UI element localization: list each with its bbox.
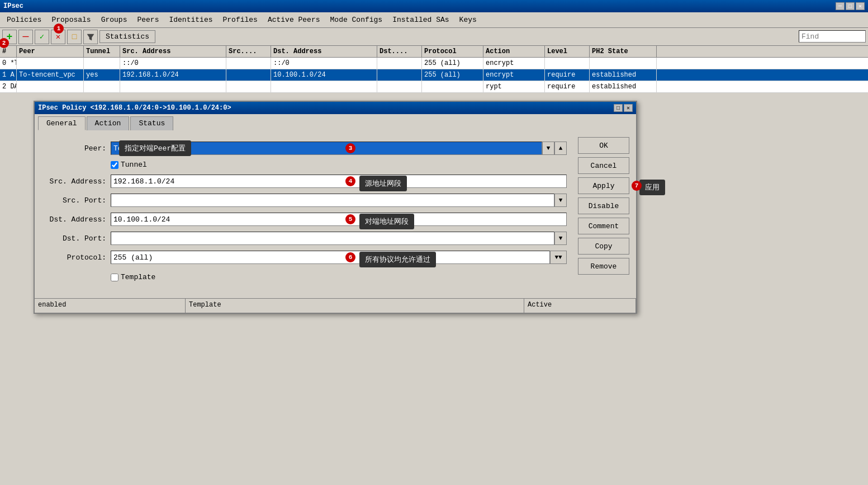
find-input[interactable] [799,30,866,43]
policy-dialog: IPsec Policy <192.168.1.0/24:0->10.100.1… [34,101,637,314]
dialog-maximize-button[interactable]: □ [614,104,623,112]
menu-policies[interactable]: Policies [2,14,46,26]
cell-ph2state [590,58,657,69]
badge-6: 6 [345,252,355,262]
comment-button[interactable]: Comment [578,218,629,234]
cell-num: 0 *T [0,58,17,69]
tunnel-row: Tunnel [44,161,567,169]
cell-tunnel [84,81,120,92]
menu-proposals[interactable]: Proposals [47,14,95,26]
copy-button[interactable]: Copy [578,238,629,255]
cancel-button[interactable]: Cancel [578,157,629,174]
main-table-area: # Peer Tunnel Src. Address Src.... Dst. … [0,46,868,93]
col-action: Action [483,46,545,57]
menu-groups[interactable]: Groups [97,14,132,26]
dst-address-input[interactable] [111,213,567,226]
src-port-input[interactable] [111,194,554,207]
col-peer: Peer [17,46,84,57]
src-address-row: Src. Address: 4 源地址网段 [44,175,567,188]
col-protocol: Protocol [422,46,483,57]
close-button[interactable]: ✕ [856,2,865,10]
col-level: Level [545,46,590,57]
table-row[interactable]: 2 DA rypt require established [0,81,868,93]
peer-label: Peer: [44,144,111,153]
template-checkbox[interactable] [111,274,118,281]
menu-keys[interactable]: Keys [455,14,481,26]
dialog-body: Peer: ▼ ▲ 指定对端Peer配置 3 Tunnel Src. [35,130,636,298]
cell-ph2state: established [590,81,657,92]
dst-port-input-group: ▼ [111,232,567,245]
badge-3: 3 [345,143,355,153]
cell-src-port [226,69,271,81]
cell-action: encrypt [483,69,545,81]
col-dst-addr: Dst. Address [271,46,377,57]
ok-button[interactable]: OK [578,137,629,154]
disable-button[interactable]: Disable [578,197,629,214]
peer-row: Peer: ▼ ▲ 指定对端Peer配置 3 [44,142,567,155]
protocol-input[interactable] [111,251,550,264]
remove-button[interactable]: Remove [578,258,629,275]
action-buttons: OK Cancel Apply 7 应用 Disable Comment Cop… [576,135,632,294]
cell-dst-port [377,81,422,92]
tab-general[interactable]: General [38,116,86,130]
app-title: IPsec [3,2,836,10]
apply-tooltip: 应用 [639,180,665,195]
src-port-label: Src. Port: [44,196,111,205]
dst-port-label: Dst. Port: [44,234,111,243]
dst-port-dropdown-btn[interactable]: ▼ [554,232,567,245]
menu-peers[interactable]: Peers [132,14,163,26]
tunnel-label: Tunnel [111,161,147,169]
badge-5: 5 [345,214,355,224]
src-address-input[interactable] [111,175,567,188]
tab-action[interactable]: Action [87,116,130,130]
apply-button[interactable]: Apply [578,177,629,194]
statistics-button[interactable]: Statistics [99,30,155,43]
dst-address-label: Dst. Address: [44,215,111,224]
menu-profiles[interactable]: Profiles [218,14,262,26]
menu-mode-configs[interactable]: Mode Configs [326,14,387,26]
filter-button[interactable] [83,30,98,44]
box-button[interactable]: □ [67,30,82,44]
tunnel-text: Tunnel [121,161,147,169]
cell-action: encrypt [483,58,545,69]
table-row[interactable]: 1 A To-tencent_vpc yes 192.168.1.0/24 10… [0,69,868,81]
toolbar: + ─ ✓ ✕ □ Statistics 1 2 [0,28,868,46]
src-port-row: Src. Port: ▼ [44,194,567,207]
svg-marker-0 [87,34,94,40]
tab-status[interactable]: Status [130,116,173,130]
dst-port-row: Dst. Port: ▼ [44,232,567,245]
peer-up-btn[interactable]: ▲ [554,142,567,155]
cell-dst-addr: 10.100.1.0/24 [271,69,377,81]
cell-src-addr [120,81,226,92]
peer-dropdown-btn[interactable]: ▼ [542,142,554,155]
cell-peer [17,58,84,69]
cell-peer [17,81,84,92]
src-port-dropdown-btn[interactable]: ▼ [554,194,567,207]
cell-protocol: 255 (all) [422,58,483,69]
cell-level: require [545,69,590,81]
check-button[interactable]: ✓ [35,30,49,44]
template-row: Template [44,273,567,281]
table-row[interactable]: 0 *T ::/0 ::/0 255 (all) encrypt [0,58,868,69]
status-enabled: enabled [35,299,186,313]
maximize-button[interactable]: □ [846,2,855,10]
dst-port-input[interactable] [111,232,554,245]
menu-active-peers[interactable]: Active Peers [263,14,325,26]
tunnel-checkbox[interactable] [111,161,118,169]
protocol-dropdown-btn[interactable]: ▼▼ [550,251,567,264]
minimize-button[interactable]: ─ [836,2,845,10]
remove-button[interactable]: ─ [18,30,33,44]
cell-action: rypt [483,81,545,92]
cell-num: 2 DA [0,81,17,92]
protocol-label: Protocol: [44,253,111,262]
menu-bar: Policies Proposals Groups Peers Identiti… [0,12,868,28]
cell-ph2state: established [590,69,657,81]
dialog-close-button[interactable]: ✕ [624,104,633,112]
peer-input[interactable] [111,142,542,155]
menu-identities[interactable]: Identities [164,14,217,26]
cell-level: require [545,81,590,92]
protocol-input-group: ▼▼ [111,251,567,264]
menu-installed-sas[interactable]: Installed SAs [388,14,453,26]
table-header: # Peer Tunnel Src. Address Src.... Dst. … [0,46,868,58]
title-bar: IPsec ─ □ ✕ [0,0,868,12]
